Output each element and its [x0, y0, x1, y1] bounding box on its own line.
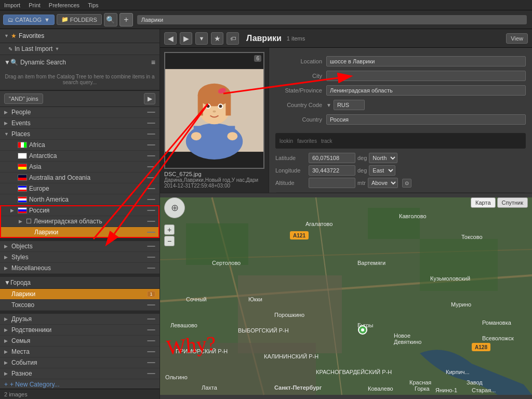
- tree-arrow: ▶: [4, 265, 9, 271]
- tree-item-africa[interactable]: Africa: [0, 140, 159, 151]
- tree-item-russia[interactable]: ▶ Россия: [0, 205, 159, 216]
- map-tab-group: Карта Спутник: [471, 197, 528, 208]
- folders-button[interactable]: 📁 FOLDERS: [57, 14, 102, 25]
- svg-text:Девяткино: Девяткино: [394, 339, 421, 345]
- tree-item-leningrad-oblast[interactable]: ▶ ☐ Ленинградская область: [0, 216, 159, 227]
- view-button[interactable]: View: [506, 33, 528, 44]
- tree-item-lavrikii[interactable]: Лаврики: [0, 227, 159, 238]
- tree-item-misc2[interactable]: ▶ Разное: [0, 368, 159, 379]
- dynamic-search-menu-icon[interactable]: ≡: [151, 58, 155, 66]
- tag-button[interactable]: 🏷: [227, 32, 239, 45]
- country-code-row: Country Code ▼: [275, 100, 526, 110]
- tree-item-australia[interactable]: Australia and Oceania: [0, 172, 159, 183]
- tab-track[interactable]: track: [321, 138, 332, 144]
- tree-arrow: ▶: [4, 371, 9, 376]
- tree-item-people[interactable]: ▶ People: [0, 107, 159, 118]
- tree-arrow: ▼: [4, 131, 9, 137]
- star-button[interactable]: ★: [211, 32, 223, 45]
- tree-item-relatives[interactable]: ▶ Родственники: [0, 325, 159, 336]
- tree-item-family[interactable]: ▶ Семья: [0, 336, 159, 347]
- city-input[interactable]: [326, 71, 526, 81]
- last-import-item[interactable]: ✎ In Last Import ▼: [0, 43, 159, 55]
- zoom-in-button[interactable]: +: [164, 224, 175, 235]
- tree-item-lavrikii-city[interactable]: Лаврики 1: [0, 289, 159, 300]
- location-row: Location: [275, 56, 526, 66]
- svg-text:Кавголово: Кавголово: [399, 213, 427, 219]
- photo-frame[interactable]: 6: [164, 52, 264, 169]
- tree-item-antarctica[interactable]: Antarctica: [0, 151, 159, 162]
- map-tab-sputnik[interactable]: Спутник: [497, 197, 528, 208]
- tree-item-styles[interactable]: ▶ Styles: [0, 252, 159, 263]
- new-tab-button[interactable]: +: [119, 13, 133, 26]
- toolbar: 🗂 CATALOG ▼ 📁 FOLDERS 🔍 + Лаврики: [0, 10, 532, 29]
- country-input[interactable]: [326, 114, 526, 125]
- svg-text:Юкки: Юкки: [248, 296, 262, 302]
- altitude-ref-select[interactable]: Above Below: [368, 178, 398, 188]
- altitude-input[interactable]: [309, 178, 355, 188]
- svg-point-14: [191, 132, 202, 140]
- photo-date: 2014-12-31T22:59:48+03:00: [164, 183, 264, 189]
- tree-item-places[interactable]: ▼ Places: [0, 129, 159, 140]
- tree-item-asia[interactable]: Asia: [0, 162, 159, 172]
- latitude-input[interactable]: [309, 153, 355, 163]
- compass-icon: ⊕: [171, 202, 179, 214]
- map-navigator[interactable]: ⊕: [164, 197, 185, 218]
- tree-arrow: ▶: [4, 255, 9, 260]
- tree-item-europe[interactable]: Europe: [0, 183, 159, 194]
- menu-tips[interactable]: Tips: [88, 2, 98, 8]
- play-button[interactable]: ▶: [144, 93, 155, 104]
- tree-item-events2[interactable]: ▶ События: [0, 357, 159, 368]
- filter-button[interactable]: ▼: [195, 32, 208, 45]
- catalog-dropdown-icon[interactable]: ▼: [44, 17, 50, 23]
- map-svg: A121 A128 Агалатово Кавголово Токсово Ва…: [160, 193, 532, 399]
- search-button[interactable]: 🔍: [104, 13, 117, 26]
- forward-button[interactable]: ▶: [180, 32, 192, 45]
- catalog-button[interactable]: 🗂 CATALOG ▼: [3, 15, 55, 25]
- new-category-button[interactable]: + + New Category...: [0, 379, 159, 389]
- antarctica-flag-icon: [18, 153, 27, 159]
- tree-item-north-america[interactable]: North America: [0, 194, 159, 205]
- and-joins-button[interactable]: "AND" joins: [4, 94, 43, 104]
- svg-text:Кузьмоловский: Кузьмоловский: [430, 275, 470, 282]
- joins-bar: "AND" joins ▶: [0, 91, 159, 107]
- svg-text:Ковалево: Ковалево: [368, 385, 393, 392]
- russia-section: ▶ Россия ▶ ☐ Ленинградская область Лаври…: [0, 205, 159, 238]
- menu-print[interactable]: Print: [29, 2, 41, 8]
- country-code-input[interactable]: [334, 100, 365, 110]
- svg-rect-6: [198, 95, 203, 116]
- tree-arrow: ▶: [10, 208, 16, 213]
- africa-flag-icon: [18, 142, 27, 148]
- altitude-extra-btn[interactable]: ⊙: [402, 179, 411, 188]
- tree-item-misc[interactable]: ▶ Miscellaneous: [0, 263, 159, 274]
- tree-item-friends[interactable]: ▶ Друзья: [0, 314, 159, 325]
- last-import-arrow: ▼: [55, 46, 59, 51]
- svg-text:Кирпич...: Кирпич...: [446, 369, 470, 375]
- australia-flag-icon: [18, 175, 27, 181]
- tree-item-toksovo[interactable]: Токсово: [0, 300, 159, 311]
- map-tab-karta[interactable]: Карта: [471, 197, 495, 208]
- latitude-dir-select[interactable]: North South: [369, 153, 397, 163]
- dynamic-search-hint: Drag an item from the Catalog Tree to he…: [0, 70, 159, 90]
- city-label: City: [275, 73, 322, 79]
- location-input[interactable]: [326, 56, 526, 66]
- tab-lookin[interactable]: lookin: [280, 138, 293, 144]
- svg-text:Горка: Горка: [415, 385, 430, 392]
- tree-arrow: ▶: [4, 327, 9, 332]
- tab-favorites[interactable]: favorites: [297, 138, 317, 144]
- dynamic-search-header[interactable]: ▼ 🔍 Dynamic Search ≡: [0, 55, 159, 70]
- longitude-row: Longitude deg East West: [275, 165, 526, 176]
- state-input[interactable]: [326, 85, 526, 96]
- svg-text:Ольгино: Ольгино: [165, 374, 188, 380]
- photo-count-area: 1 items: [287, 35, 305, 42]
- tree-item-objects[interactable]: ▶ Objects: [0, 241, 159, 252]
- zoom-out-button[interactable]: −: [164, 236, 175, 246]
- hidden-tabs-area: lookin favorites track: [275, 133, 526, 149]
- menu-preferences[interactable]: Preferences: [49, 2, 79, 8]
- tree-item-events[interactable]: ▶ Events: [0, 118, 159, 129]
- longitude-dir-select[interactable]: East West: [369, 165, 395, 176]
- back-button[interactable]: ◀: [164, 32, 177, 45]
- longitude-input[interactable]: [309, 165, 355, 176]
- tree-item-places2[interactable]: ▶ Места: [0, 347, 159, 357]
- favorites-section[interactable]: ▼ ★ Favorites: [0, 29, 159, 43]
- menu-import[interactable]: Import: [4, 2, 20, 8]
